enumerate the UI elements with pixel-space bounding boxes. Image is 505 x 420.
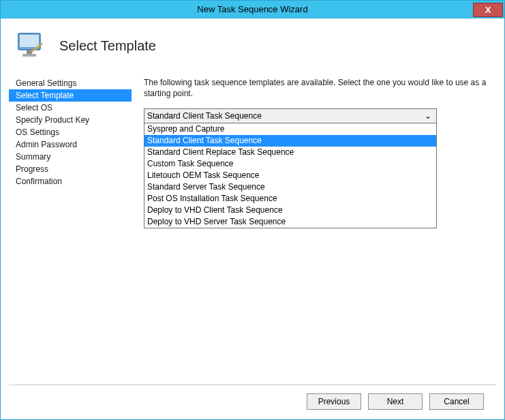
nav-confirmation[interactable]: Confirmation <box>9 175 132 188</box>
option-litetouch-oem[interactable]: Litetouch OEM Task Sequence <box>144 170 436 181</box>
svg-rect-2 <box>27 50 32 54</box>
svg-rect-3 <box>22 54 36 57</box>
main-panel: The following task sequence templates ar… <box>132 73 496 385</box>
body: General Settings Select Template Select … <box>9 73 496 385</box>
close-icon: X <box>485 5 491 15</box>
template-combobox-value: Standard Client Task Sequence <box>147 111 262 121</box>
window-title: New Task Sequence Wizard <box>197 4 307 14</box>
option-custom[interactable]: Custom Task Sequence <box>144 158 436 170</box>
nav-select-os[interactable]: Select OS <box>9 102 132 114</box>
nav-os-settings[interactable]: OS Settings <box>9 126 132 138</box>
titlebar: New Task Sequence Wizard X <box>1 1 504 18</box>
close-button[interactable]: X <box>473 3 503 17</box>
chevron-down-icon: ⌄ <box>423 111 433 121</box>
option-standard-server[interactable]: Standard Server Task Sequence <box>144 181 436 193</box>
svg-rect-1 <box>20 35 39 47</box>
footer-buttons: Previous Next Cancel <box>9 385 496 419</box>
option-deploy-vhd-client[interactable]: Deploy to VHD Client Task Sequence <box>144 205 436 216</box>
option-standard-client[interactable]: Standard Client Task Sequence <box>144 135 436 147</box>
nav-select-template[interactable]: Select Template <box>9 89 132 102</box>
option-post-os-installation[interactable]: Post OS Installation Task Sequence <box>144 193 436 205</box>
nav-summary[interactable]: Summary <box>9 151 132 163</box>
nav-admin-password[interactable]: Admin Password <box>9 138 132 151</box>
wizard-window: New Task Sequence Wizard X Select Templa… <box>0 0 505 420</box>
nav-progress[interactable]: Progress <box>9 163 132 175</box>
option-sysprep-and-capture[interactable]: Sysprep and Capture <box>144 123 436 135</box>
monitor-icon <box>14 29 47 62</box>
template-combobox[interactable]: Standard Client Task Sequence ⌄ <box>144 108 437 123</box>
cancel-button[interactable]: Cancel <box>429 393 484 410</box>
previous-button[interactable]: Previous <box>307 393 361 410</box>
content-area: Select Template General Settings Select … <box>1 18 504 419</box>
page-header: Select Template <box>9 25 496 73</box>
option-deploy-vhd-server[interactable]: Deploy to VHD Server Task Sequence <box>144 216 436 228</box>
instruction-text: The following task sequence templates ar… <box>144 77 489 99</box>
option-standard-client-replace[interactable]: Standard Client Replace Task Sequence <box>144 147 436 158</box>
page-title: Select Template <box>59 38 156 54</box>
nav-specify-product-key[interactable]: Specify Product Key <box>9 114 132 126</box>
next-button[interactable]: Next <box>368 393 423 410</box>
nav-general-settings[interactable]: General Settings <box>9 77 132 89</box>
wizard-nav: General Settings Select Template Select … <box>9 73 132 385</box>
template-dropdown-list: Sysprep and Capture Standard Client Task… <box>144 123 437 228</box>
main-outer: The following task sequence templates ar… <box>132 73 496 385</box>
